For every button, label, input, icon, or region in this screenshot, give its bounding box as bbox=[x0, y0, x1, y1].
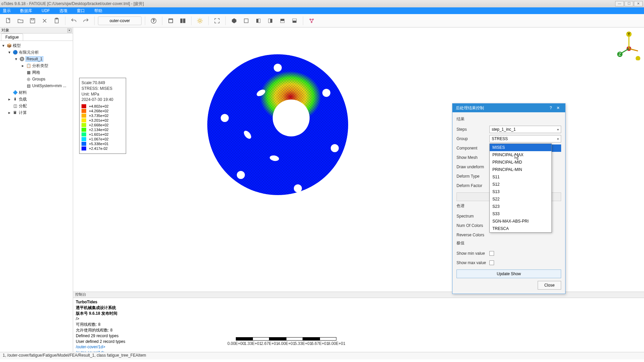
mouse-cursor-icon bbox=[515, 154, 519, 160]
steps-combo[interactable]: step_1_inc_1▾ bbox=[489, 126, 561, 133]
showmin-checkbox[interactable] bbox=[489, 251, 494, 256]
view-top-icon[interactable] bbox=[277, 16, 287, 26]
tab-fatigue[interactable]: Fatigue bbox=[1, 34, 23, 41]
svg-rect-17 bbox=[280, 19, 284, 21]
dropdown-option[interactable]: S12 bbox=[490, 181, 551, 188]
window-single-icon[interactable] bbox=[166, 16, 176, 26]
delete-icon[interactable] bbox=[40, 16, 50, 26]
console-panel: 控制台 TurboTides透平机械集成设计系统版本号 9.6.18 发布时间/… bbox=[73, 292, 644, 352]
svg-rect-10 bbox=[183, 18, 185, 23]
open-folder-icon[interactable] bbox=[15, 16, 25, 26]
fea-result-render bbox=[201, 48, 355, 202]
dropdown-option[interactable]: S11 bbox=[490, 173, 551, 181]
update-show-button[interactable]: Update Show bbox=[457, 269, 561, 278]
dialog-close-icon[interactable]: ✕ bbox=[554, 106, 562, 110]
legend-row: +4.802e+02 bbox=[82, 104, 124, 109]
svg-rect-15 bbox=[270, 19, 272, 23]
view-front-icon[interactable] bbox=[241, 16, 251, 26]
svg-rect-12 bbox=[244, 19, 248, 23]
mesh-icon: ▦ bbox=[26, 70, 31, 75]
close-pane-icon[interactable]: ✕ bbox=[67, 28, 71, 33]
component-dropdown[interactable]: MISESPRINCIPAL-MAXPRINCIPAL-MIDPRINCIPAL… bbox=[489, 143, 552, 233]
left-pane-header: 对象 ✕ bbox=[0, 27, 73, 34]
svg-rect-0 bbox=[6, 18, 10, 22]
close-button[interactable]: Close bbox=[538, 281, 561, 290]
document-name[interactable]: outer-cover bbox=[98, 16, 142, 25]
menu-window[interactable]: 窗口 bbox=[77, 8, 85, 14]
console-output[interactable]: TurboTides透平机械集成设计系统版本号 9.6.18 发布时间/>可用线… bbox=[73, 298, 644, 352]
svg-rect-14 bbox=[258, 19, 260, 23]
window-multi-icon[interactable] bbox=[178, 16, 188, 26]
molecule-icon[interactable] bbox=[307, 16, 317, 26]
view-iso-icon[interactable] bbox=[229, 16, 239, 26]
svg-rect-20 bbox=[292, 19, 297, 21]
cube-icon: 📦 bbox=[6, 43, 12, 48]
titlebar: oTides 9.6.18 - FATIGUE [C:/Users/sjw/De… bbox=[0, 0, 644, 7]
clipboard-icon[interactable] bbox=[52, 16, 62, 26]
dialog-help-icon[interactable]: ? bbox=[547, 106, 554, 110]
color-legend: Scale:70.849 STRESS: MISES Unit: MPa 202… bbox=[79, 78, 126, 154]
model-tree[interactable]: ▾📦模型 ▾🔵有限元分析 ▾🔘Result_1 ▸📋分析类型 ▦网格 ◎Grou… bbox=[0, 41, 73, 117]
svg-rect-16 bbox=[268, 19, 270, 23]
menu-database[interactable]: 数据库 bbox=[20, 8, 32, 14]
tree-result-1[interactable]: Result_1 bbox=[25, 56, 43, 62]
dropdown-option[interactable]: SGN-MAX-ABS-PRI bbox=[490, 218, 551, 225]
close-button[interactable]: ✕ bbox=[634, 1, 643, 6]
fit-icon[interactable] bbox=[212, 16, 222, 26]
dropdown-option[interactable]: S33 bbox=[490, 210, 551, 218]
dropdown-option[interactable]: S22 bbox=[490, 195, 551, 203]
section-result: 结果 bbox=[457, 116, 561, 122]
dropdown-option[interactable]: MISES bbox=[490, 144, 551, 151]
svg-text:?: ? bbox=[153, 19, 155, 22]
left-pane: 对象 ✕ Fatigue ▾📦模型 ▾🔵有限元分析 ▾🔘Result_1 ▸📋分… bbox=[0, 27, 73, 352]
title-text: oTides 9.6.18 - FATIGUE [C:/Users/sjw/De… bbox=[1, 1, 144, 7]
light-icon[interactable] bbox=[195, 16, 205, 26]
units-icon: ▤ bbox=[26, 83, 31, 88]
dialog-titlebar[interactable]: 后处理结果控制 ? ✕ bbox=[452, 104, 565, 112]
svg-point-46 bbox=[636, 56, 640, 60]
svg-rect-9 bbox=[180, 18, 183, 23]
legend-row: +2.134e+02 bbox=[82, 127, 124, 132]
svg-point-34 bbox=[221, 114, 229, 122]
groups-icon: ◎ bbox=[26, 76, 31, 82]
fea-icon: 🔵 bbox=[12, 50, 18, 55]
new-file-icon[interactable] bbox=[3, 16, 13, 26]
save-icon[interactable] bbox=[28, 16, 38, 26]
axis-triad-icon[interactable]: Y Z bbox=[617, 30, 641, 60]
legend-row: +5.338e+01 bbox=[82, 141, 124, 146]
help-icon[interactable]: ? bbox=[149, 16, 159, 26]
minimize-button[interactable]: — bbox=[615, 1, 624, 6]
view-left-icon[interactable] bbox=[253, 16, 263, 26]
analysis-icon: 📋 bbox=[26, 63, 31, 68]
dropdown-option[interactable]: TRESCA bbox=[490, 225, 551, 232]
view-bottom-icon[interactable] bbox=[289, 16, 300, 26]
svg-rect-2 bbox=[32, 18, 34, 20]
menu-help[interactable]: 帮助 bbox=[94, 8, 102, 14]
dropdown-option[interactable]: PRINCIPAL-MIN bbox=[490, 166, 551, 173]
svg-rect-19 bbox=[292, 21, 297, 23]
dropdown-option[interactable]: S23 bbox=[490, 203, 551, 210]
undo-icon[interactable] bbox=[69, 16, 79, 26]
showmax-checkbox[interactable] bbox=[489, 260, 494, 265]
chevron-down-icon: ▾ bbox=[557, 128, 559, 131]
maximize-button[interactable]: ☐ bbox=[625, 1, 633, 6]
status-bar: 1, /outer-cover/fatigue/Fatigue/Model/FE… bbox=[0, 352, 644, 359]
chevron-down-icon: ▾ bbox=[557, 137, 559, 141]
tab-row: Fatigue bbox=[0, 34, 73, 41]
postprocess-dialog: 后处理结果控制 ? ✕ 结果 Steps step_1_inc_1▾ Group… bbox=[452, 103, 566, 294]
svg-rect-1 bbox=[30, 18, 35, 23]
menu-display[interactable]: 显示 bbox=[3, 8, 11, 14]
dropdown-option[interactable]: PRINCIPAL-MAX bbox=[490, 151, 551, 159]
dropdown-option[interactable]: S13 bbox=[490, 188, 551, 195]
compute-icon: 🖩 bbox=[12, 110, 18, 115]
view-right-icon[interactable] bbox=[265, 16, 275, 26]
menu-options[interactable]: 选项 bbox=[59, 8, 67, 14]
redo-icon[interactable] bbox=[81, 16, 91, 26]
dropdown-option[interactable]: PRINCIPAL-MID bbox=[490, 159, 551, 166]
svg-rect-8 bbox=[169, 19, 172, 22]
group-combo[interactable]: STRESS▾ bbox=[489, 135, 561, 142]
load-icon: ⬇ bbox=[12, 97, 18, 102]
svg-text:Z: Z bbox=[619, 52, 621, 57]
menu-udf[interactable]: UDF bbox=[42, 8, 50, 13]
svg-point-32 bbox=[294, 184, 302, 192]
